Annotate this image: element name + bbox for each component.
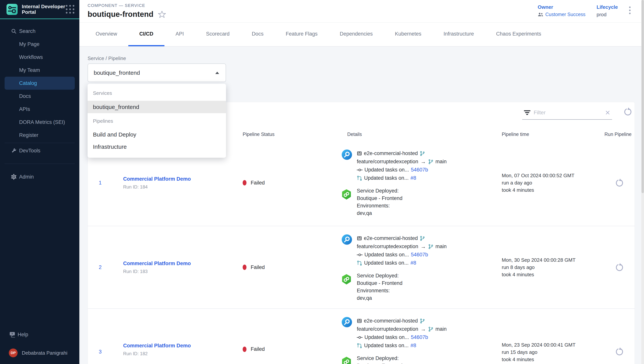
status-cell: Failed bbox=[241, 180, 340, 186]
git-branch-icon bbox=[428, 159, 434, 164]
pipeline-select-menu: Services boutique_frontend Pipelines Bui… bbox=[88, 84, 226, 158]
app-logo-icon[interactable] bbox=[6, 4, 18, 15]
commit-link[interactable]: 54607b bbox=[411, 334, 428, 340]
help-chat-icon: ? bbox=[10, 332, 16, 338]
sidebar-item-my-page[interactable]: My Page bbox=[0, 38, 79, 51]
cd-stage-icon bbox=[342, 355, 352, 364]
menu-group-pipelines: Pipelines bbox=[88, 116, 226, 126]
cd-stage-icon bbox=[342, 272, 352, 302]
sidebar-item-dora-metrics[interactable]: DORA Metrics (SEI) bbox=[0, 116, 79, 129]
clear-filter-icon[interactable] bbox=[605, 110, 610, 116]
commit-link[interactable]: 54607b bbox=[411, 167, 428, 173]
caret-up-icon bbox=[215, 72, 219, 74]
scrollbar-thumb[interactable] bbox=[642, 0, 644, 193]
owner-block: Owner Customer Success bbox=[538, 4, 596, 17]
sidebar-item-my-team[interactable]: My Team bbox=[0, 64, 79, 77]
commit-message: Updated tasks on... bbox=[364, 167, 409, 173]
wrench-icon bbox=[11, 148, 17, 154]
row-index: 2 bbox=[88, 264, 112, 270]
target-branch[interactable]: main bbox=[436, 159, 447, 164]
run-duration: took 4 minutes bbox=[502, 271, 604, 278]
sidebar-item-help[interactable]: ? Help bbox=[0, 328, 79, 341]
pr-link[interactable]: #8 bbox=[410, 175, 416, 181]
lifecycle-block: Lifecycle prod bbox=[596, 4, 627, 18]
kebab-menu-icon[interactable] bbox=[627, 5, 632, 16]
deploy-line: Service Deployed: bbox=[357, 355, 402, 362]
tab-chaos-experiments[interactable]: Chaos Experiments bbox=[485, 22, 552, 46]
status-badge: Failed bbox=[251, 346, 265, 352]
tab-scorecard[interactable]: Scorecard bbox=[195, 22, 241, 46]
sidebar: Internal Developer Portal Search My Page… bbox=[0, 0, 79, 364]
tab-feature-flags[interactable]: Feature Flags bbox=[274, 22, 329, 46]
run-ago: run a day ago bbox=[502, 179, 604, 186]
git-branch-icon bbox=[428, 244, 434, 249]
repo-name[interactable]: e2e-commercial-hosted bbox=[364, 235, 418, 241]
sidebar-item-catalog[interactable]: Catalog bbox=[4, 77, 75, 90]
run-id: Run ID: 182 bbox=[123, 351, 241, 356]
sidebar-item-register[interactable]: Register bbox=[0, 129, 79, 142]
sidebar-header: Internal Developer Portal bbox=[0, 0, 79, 19]
star-icon[interactable] bbox=[158, 10, 166, 18]
source-branch[interactable]: feature/corruptedexception bbox=[357, 244, 418, 250]
tab-docs[interactable]: Docs bbox=[241, 22, 275, 46]
run-duration: took 4 minutes bbox=[502, 186, 604, 194]
rerun-pipeline-icon[interactable] bbox=[615, 178, 624, 187]
sidebar-item-docs[interactable]: Docs bbox=[0, 90, 79, 103]
commit-message: Updated tasks on... bbox=[364, 252, 409, 258]
sidebar-item-workflows[interactable]: Workflows bbox=[0, 51, 79, 64]
rerun-pipeline-icon[interactable] bbox=[615, 263, 624, 272]
filter-field[interactable] bbox=[522, 106, 612, 120]
table-row: 3 Commercial Platform Demo Run ID: 182 F… bbox=[88, 308, 635, 364]
sidebar-item-label: Admin bbox=[19, 174, 34, 180]
target-branch[interactable]: main bbox=[436, 326, 447, 332]
pr-link[interactable]: #8 bbox=[410, 260, 416, 266]
user-menu[interactable]: DP Debabrata Panigrahi bbox=[0, 346, 79, 360]
failed-dot-icon bbox=[243, 346, 246, 352]
sidebar-item-search[interactable]: Search bbox=[0, 25, 79, 38]
page-scrollbar[interactable] bbox=[641, 0, 644, 364]
ci-stage-icon bbox=[342, 317, 352, 350]
deploy-line: Service Deployed: bbox=[357, 187, 402, 194]
tab-cicd[interactable]: CI/CD bbox=[128, 22, 165, 46]
sidebar-item-apis[interactable]: APIs bbox=[0, 103, 79, 116]
pr-link[interactable]: #8 bbox=[410, 342, 416, 348]
pipeline-name-link[interactable]: Commercial Platform Demo bbox=[123, 260, 241, 266]
commit-link[interactable]: 54607b bbox=[411, 252, 428, 258]
sidebar-item-admin[interactable]: Admin bbox=[0, 170, 79, 183]
pull-request-icon bbox=[357, 260, 362, 266]
sidebar-item-devtools[interactable]: DevTools bbox=[0, 144, 79, 157]
tab-overview[interactable]: Overview bbox=[84, 22, 128, 46]
tab-infrastructure[interactable]: Infrastructure bbox=[432, 22, 485, 46]
status-badge: Failed bbox=[251, 180, 265, 186]
source-branch[interactable]: feature/corruptedexception bbox=[357, 326, 418, 332]
apps-grid-icon[interactable] bbox=[66, 5, 74, 14]
sidebar-item-label: Docs bbox=[19, 93, 31, 99]
pipeline-name-link[interactable]: Commercial Platform Demo bbox=[123, 343, 241, 349]
source-branch[interactable]: feature/corruptedexception bbox=[357, 159, 418, 164]
deploy-envs: dev,qa bbox=[357, 210, 402, 217]
repo-name[interactable]: e2e-commercial-hosted bbox=[364, 318, 418, 324]
refresh-icon[interactable] bbox=[623, 107, 632, 116]
filter-input[interactable] bbox=[534, 110, 602, 116]
rerun-pipeline-icon[interactable] bbox=[615, 347, 624, 356]
menu-item-boutique-frontend[interactable]: boutique_frontend bbox=[88, 101, 226, 113]
menu-group-services: Services bbox=[88, 88, 226, 98]
deploy-line: Service Deployed: bbox=[357, 272, 402, 280]
repo-name[interactable]: e2e-commercial-hosted bbox=[364, 150, 418, 156]
cd-stage-icon bbox=[342, 187, 352, 217]
repo-icon bbox=[357, 236, 362, 241]
pipeline-name-link[interactable]: Commercial Platform Demo bbox=[123, 176, 241, 182]
tab-api[interactable]: API bbox=[164, 22, 195, 46]
status-cell: Failed bbox=[241, 264, 340, 270]
pipeline-select[interactable]: boutique_frontend bbox=[88, 64, 226, 82]
failed-dot-icon bbox=[243, 264, 246, 270]
git-branch-icon bbox=[420, 236, 425, 241]
menu-item-build-and-deploy[interactable]: Build and Deploy bbox=[88, 128, 226, 141]
row-index: 1 bbox=[88, 180, 112, 186]
owner-link[interactable]: Customer Success bbox=[538, 12, 596, 17]
menu-item-infrastructure[interactable]: Infrastructure bbox=[88, 141, 226, 153]
target-branch[interactable]: main bbox=[436, 244, 447, 250]
tab-kubernetes[interactable]: Kubernetes bbox=[384, 22, 432, 46]
tab-dependencies[interactable]: Dependencies bbox=[329, 22, 384, 46]
sidebar-item-label: Search bbox=[19, 28, 36, 34]
